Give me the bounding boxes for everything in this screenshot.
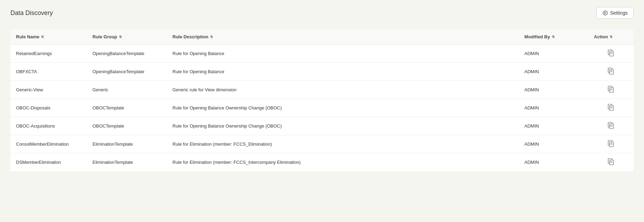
- cell-action: [588, 117, 634, 135]
- copy-rule-icon[interactable]: [608, 49, 614, 56]
- cell-rule-name: ConsolMemberElimination: [10, 135, 87, 153]
- sort-icon-rule-group[interactable]: ⇅: [119, 35, 122, 39]
- cell-action: [588, 135, 634, 153]
- cell-modified-by: ADMIN: [519, 63, 588, 81]
- copy-rule-icon[interactable]: [608, 104, 614, 111]
- cell-action: [588, 153, 634, 171]
- cell-modified-by: ADMIN: [519, 81, 588, 99]
- table-row: OBOC-Disposals OBOCTemplate Rule for Ope…: [10, 99, 634, 117]
- page-header: Data Discovery Settings: [10, 7, 634, 19]
- cell-action: [588, 63, 634, 81]
- cell-action: [588, 45, 634, 63]
- table-row: ConsolMemberElimination EliminationTempl…: [10, 135, 634, 153]
- cell-rule-description: Rule for Opening Balance: [167, 45, 519, 63]
- sort-icon-action[interactable]: ⇅: [610, 35, 612, 39]
- col-header-rule-name: Rule Name ⇅: [10, 29, 87, 45]
- cell-action: [588, 99, 634, 117]
- copy-rule-icon[interactable]: [608, 86, 614, 93]
- cell-modified-by: ADMIN: [519, 117, 588, 135]
- cell-action: [588, 81, 634, 99]
- page-title: Data Discovery: [10, 9, 53, 17]
- cell-rule-description: Rule for Elimination (member: FCCS_Elimi…: [167, 135, 519, 153]
- cell-rule-description: Rule for Opening Balance: [167, 63, 519, 81]
- gear-icon: [602, 10, 608, 16]
- cell-rule-description: Generic rule for View dimension: [167, 81, 519, 99]
- cell-rule-name: DSMemberElimination: [10, 153, 87, 171]
- cell-rule-name: OBOC-Acquisitions: [10, 117, 87, 135]
- copy-rule-icon[interactable]: [608, 68, 614, 75]
- settings-button-label: Settings: [610, 10, 628, 16]
- cell-rule-group: Generic: [87, 81, 167, 99]
- data-table: Rule Name ⇅ Rule Group ⇅ Rule Descriptio…: [10, 29, 634, 171]
- cell-modified-by: ADMIN: [519, 153, 588, 171]
- cell-rule-description: Rule for Elimination (member: FCCS_Inter…: [167, 153, 519, 171]
- cell-rule-name: OBFXCTA: [10, 63, 87, 81]
- col-header-rule-description: Rule Description ⇅: [167, 29, 519, 45]
- settings-button[interactable]: Settings: [596, 7, 634, 19]
- cell-rule-group: OpeningBalanceTemplate: [87, 63, 167, 81]
- data-table-container: Rule Name ⇅ Rule Group ⇅ Rule Descriptio…: [10, 29, 634, 171]
- cell-rule-name: RetainedEarnings: [10, 45, 87, 63]
- copy-rule-icon[interactable]: [608, 158, 614, 165]
- table-row: RetainedEarnings OpeningBalanceTemplate …: [10, 45, 634, 63]
- cell-rule-group: OpeningBalanceTemplate: [87, 45, 167, 63]
- sort-icon-modified-by[interactable]: ⇅: [552, 35, 555, 39]
- table-header-row: Rule Name ⇅ Rule Group ⇅ Rule Descriptio…: [10, 29, 634, 45]
- page-container: Data Discovery Settings Rule Name ⇅: [0, 0, 644, 222]
- col-header-action: Action ⇅: [588, 29, 634, 45]
- cell-modified-by: ADMIN: [519, 99, 588, 117]
- table-row: OBFXCTA OpeningBalanceTemplate Rule for …: [10, 63, 634, 81]
- cell-rule-group: EliminationTemplate: [87, 153, 167, 171]
- cell-rule-name: Generic-View: [10, 81, 87, 99]
- cell-rule-description: Rule for Opening Balance Ownership Chang…: [167, 117, 519, 135]
- copy-rule-icon[interactable]: [608, 140, 614, 147]
- copy-rule-icon[interactable]: [608, 122, 614, 129]
- cell-modified-by: ADMIN: [519, 135, 588, 153]
- cell-rule-name: OBOC-Disposals: [10, 99, 87, 117]
- table-row: Generic-View Generic Generic rule for Vi…: [10, 81, 634, 99]
- cell-rule-group: OBOCTemplate: [87, 117, 167, 135]
- sort-icon-rule-description[interactable]: ⇅: [210, 35, 213, 39]
- cell-rule-description: Rule for Opening Balance Ownership Chang…: [167, 99, 519, 117]
- table-row: OBOC-Acquisitions OBOCTemplate Rule for …: [10, 117, 634, 135]
- cell-rule-group: OBOCTemplate: [87, 99, 167, 117]
- col-header-modified-by: Modified By ⇅: [519, 29, 588, 45]
- table-row: DSMemberElimination EliminationTemplate …: [10, 153, 634, 171]
- cell-rule-group: EliminationTemplate: [87, 135, 167, 153]
- sort-icon-rule-name[interactable]: ⇅: [41, 35, 44, 39]
- col-header-rule-group: Rule Group ⇅: [87, 29, 167, 45]
- cell-modified-by: ADMIN: [519, 45, 588, 63]
